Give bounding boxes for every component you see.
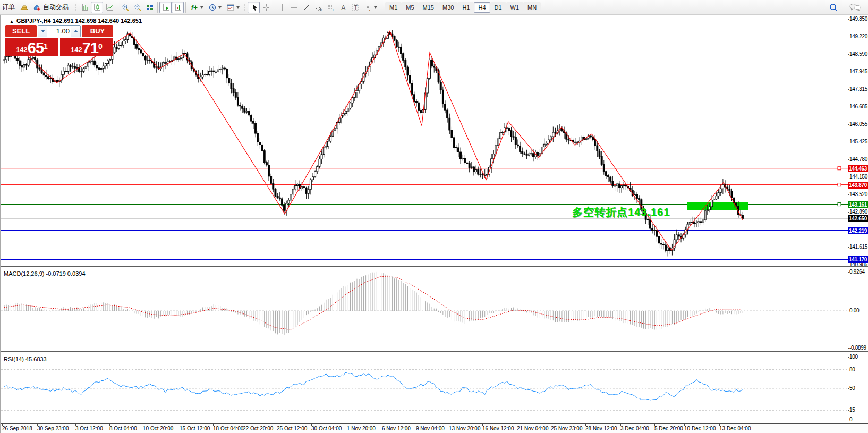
macd-values: -0.0719 0.0394 [46,270,85,277]
crosshair-button[interactable] [260,2,272,13]
caret-down-icon [41,30,45,35]
timeframe-button-w1[interactable]: W1 [506,2,524,13]
auto-scroll-button[interactable] [159,2,172,13]
volume-increase-button[interactable] [71,26,80,37]
time-axis-label: 16 Nov 12:00 [482,426,514,431]
buy-button[interactable]: BUY [82,25,113,37]
rsi-axis-tick: 80 [849,367,868,372]
indicators-button[interactable]: f [188,2,206,13]
periods-button[interactable] [206,2,224,13]
collapse-arrow-icon[interactable]: ▲ [10,19,14,24]
time-axis-label: 1 Nov 20:00 [347,426,376,431]
time-axis-label: 30 Oct 04:00 [311,426,342,431]
sell-price-big-figure: 142 [16,45,28,55]
rsi-indicator-label: RSI(14) 45.6833 [4,356,47,362]
chat-button[interactable] [848,2,863,13]
toolbar-grip [243,3,246,12]
timeframe-button-m30[interactable]: M30 [438,2,458,13]
timeframe-button-d1[interactable]: D1 [490,2,506,13]
gold-bars-icon[interactable] [18,2,30,13]
equidistant-channel-button[interactable]: E [312,2,325,13]
timeframe-button-m15[interactable]: M15 [419,2,438,13]
cursor-button[interactable] [248,2,260,13]
macd-axis-tick: -0.8899 [849,345,868,351]
volume-input[interactable] [47,26,71,37]
sell-price-box[interactable]: 142651 [5,38,58,56]
time-axis-label: 15 Oct 12:00 [180,426,210,431]
macd-axis-tick: 0.9264 [849,269,868,275]
macd-panel-splitter[interactable] [1,266,868,268]
buy-price-pips: 71 [82,41,98,55]
time-axis-label: 3 Dec 04:00 [620,426,649,431]
arrows-dropdown-caret[interactable] [374,6,377,10]
volume-stepper [38,25,81,37]
templates-dropdown-caret[interactable] [236,6,240,10]
autotrading-icon [32,3,41,12]
tile-windows-button[interactable] [143,2,156,13]
timeframe-button-h4[interactable]: H4 [474,2,490,13]
autotrading-button[interactable]: 自动交易 [30,2,73,13]
text-button[interactable]: A [337,2,349,13]
toolbar-right-group [828,2,863,13]
time-axis-label: 30 Sep 23:00 [37,426,69,431]
indicators-dropdown-caret[interactable] [200,6,203,10]
time-axis-label: 9 Nov 04:00 [416,426,445,431]
level-handle [838,167,841,170]
time-axis[interactable]: 26 Sep 201830 Sep 23:003 Oct 12:008 Oct … [1,423,868,433]
rsi-panel-splitter[interactable] [1,351,868,353]
price-tick: 149.850 [849,16,868,22]
price-tick: 146.685 [849,104,868,109]
toolbar-separator [157,2,158,13]
search-button[interactable] [828,2,840,13]
time-axis-label: 25 Nov 23:00 [551,426,583,431]
toolbar-grip [381,3,384,12]
chart-shift-button[interactable] [172,2,184,13]
price-tick: 147.945 [849,69,868,74]
price-chart-canvas[interactable] [1,15,848,423]
price-badge-142.650: 142.650 [848,215,868,222]
timeframe-button-mn[interactable]: MN [523,2,541,13]
price-tick: 141.615 [849,244,868,250]
candlestick-chart-button[interactable] [91,2,103,13]
time-axis-label: 13 Dec 04:00 [719,426,751,431]
metatrader-window: 订单 自动交易 [0,0,868,433]
macd-panel [1,271,848,334]
chart-window: 149.850149.220148.590147.945147.315146.6… [0,15,868,433]
bar-chart-button[interactable] [79,2,91,13]
line-chart-button[interactable] [103,2,115,13]
price-axis[interactable]: 149.850149.220148.590147.945147.315146.6… [848,15,868,423]
time-axis-label: 3 Oct 12:00 [75,426,103,431]
time-axis-label: 25 Oct 12:00 [277,426,307,431]
sell-button[interactable]: SELL [5,25,37,37]
timeframe-button-m1[interactable]: M1 [385,2,402,13]
rsi-value: 45.6833 [25,356,47,362]
timeframe-button-m5[interactable]: M5 [402,2,418,13]
fibonacci-button[interactable]: F [325,2,337,13]
time-axis-label: 10 Dec 12:00 [684,426,716,431]
pivot-annotation-text[interactable]: 多空转折点143.161 [572,205,670,219]
buy-price-box[interactable]: 142710 [60,38,113,56]
arrows-button[interactable] [361,2,379,13]
text-label-button[interactable]: T [349,2,361,13]
price-tick: 149.220 [849,33,868,39]
volume-decrease-button[interactable] [38,26,47,37]
horizontal-line-button[interactable] [288,2,300,13]
new-order-button[interactable]: 订单 [0,2,18,13]
svg-text:A: A [341,4,346,12]
price-tick: 144.150 [849,174,868,180]
vertical-line-button[interactable] [276,2,288,13]
zoom-in-button[interactable] [119,2,131,13]
rsi-axis-tick: 15 [849,407,868,413]
candlesticks [4,30,744,256]
timeframe-button-h1[interactable]: H1 [458,2,474,13]
main-price-panel [1,30,848,259]
periods-dropdown-caret[interactable] [218,6,222,10]
rsi-panel [1,370,848,411]
toolbar-grip [74,3,77,12]
price-tick: 147.315 [849,86,868,92]
zoom-out-button[interactable] [131,2,143,13]
templates-button[interactable] [224,2,242,13]
time-axis-label: 22 Oct 20:00 [243,426,273,431]
trendline-button[interactable] [300,2,312,13]
level-handle [838,203,841,206]
